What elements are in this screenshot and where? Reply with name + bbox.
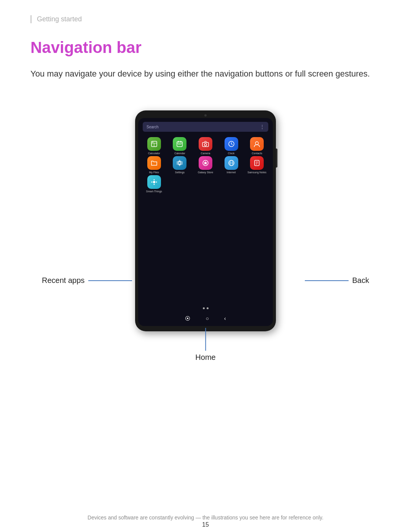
calendar-icon [173,137,186,151]
search-text: Search [147,125,159,129]
navigation-bar: ⦿ ○ ‹ [138,311,273,326]
notes-label: Samsung Notes [247,171,266,174]
svg-point-10 [180,144,181,145]
recent-apps-button[interactable]: ⦿ [185,315,190,321]
home-button[interactable]: ○ [206,315,209,321]
app-clock[interactable]: Clock [219,137,244,155]
back-button[interactable]: ‹ [224,315,226,321]
svg-point-27 [153,179,155,181]
smartthings-label: Smart-Things [146,190,162,193]
settings-icon-app [173,156,186,170]
section-title: Navigation bar [30,38,381,57]
tablet-screen: Search ⋮ [138,118,273,326]
diagram-area: Search ⋮ [30,103,381,362]
home-label-group: Home [195,328,215,362]
side-button [276,149,277,168]
nav-dot-1 [203,307,205,309]
home-label: Home [195,353,215,362]
smartthings-icon [147,175,161,189]
chapter-label: Getting started [30,15,381,23]
search-menu-icon: ⋮ [260,124,264,129]
apps-grid: Calculator [138,135,273,195]
camera-label: Camera [201,152,210,155]
contacts-icon [250,137,264,151]
clock-icon [225,137,238,151]
camera-icon [199,137,212,151]
app-calculator[interactable]: Calculator [142,137,166,155]
svg-point-16 [255,142,258,145]
settings-label: Settings [175,171,185,174]
app-samsung-notes[interactable]: Samsung Notes [245,156,269,174]
app-myfiles[interactable]: My Files [142,156,166,174]
calendar-label: Calendar [174,152,185,155]
back-label: Back [352,276,369,285]
screen-content: Search ⋮ [138,118,273,326]
svg-point-17 [178,162,181,164]
svg-line-15 [231,144,233,145]
app-galaxy-store[interactable]: Galaxy Store [193,156,218,174]
svg-point-9 [179,144,180,145]
home-line [205,328,206,351]
svg-point-12 [204,144,207,146]
svg-point-30 [156,182,157,183]
app-settings[interactable]: Settings [168,156,192,174]
notes-icon [250,156,264,170]
internet-label: Internet [227,171,236,174]
page-dots [138,307,273,309]
myfiles-label: My Files [149,171,159,174]
calculator-icon [147,137,161,151]
tablet-device: Search ⋮ [135,110,276,331]
recent-apps-label-group: Recent apps [42,276,132,285]
search-bar[interactable]: Search ⋮ [143,122,268,132]
back-label-group: Back [305,276,369,285]
app-calendar[interactable]: Calendar [168,137,192,155]
back-line [305,280,349,281]
nav-dot-2 [207,307,209,309]
footer-note: Devices and software are constantly evol… [0,514,411,521]
svg-point-8 [178,144,179,145]
svg-point-29 [151,182,152,183]
myfiles-icon [147,156,161,170]
page-number: 15 [0,521,411,528]
description-text: You may navigate your device by using ei… [30,67,373,80]
clock-label: Clock [228,152,235,155]
app-smartthings[interactable]: Smart-Things [142,175,166,193]
contacts-label: Contacts [252,152,262,155]
recent-apps-line [88,280,132,281]
svg-point-28 [153,184,155,185]
galaxystore-icon [199,156,212,170]
app-camera[interactable]: Camera [193,137,218,155]
recent-apps-label: Recent apps [42,276,84,285]
svg-point-26 [153,181,155,183]
calculator-label: Calculator [148,152,160,155]
app-internet[interactable]: Internet [219,156,244,174]
app-contacts[interactable]: Contacts [245,137,269,155]
front-camera [204,114,207,117]
tablet-outer: Search ⋮ [135,110,276,331]
galaxystore-label: Galaxy Store [198,171,213,174]
internet-icon [225,156,238,170]
